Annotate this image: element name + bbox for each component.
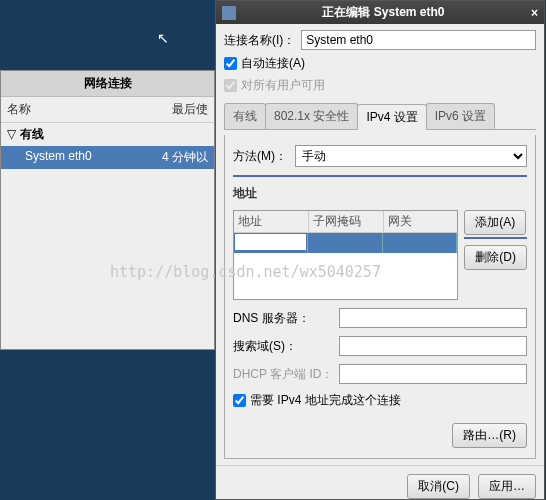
close-icon[interactable]: ×	[531, 6, 538, 20]
col-gateway: 网关	[384, 211, 458, 232]
method-label: 方法(M)：	[233, 148, 287, 165]
auto-connect-label: 自动连接(A)	[241, 55, 305, 72]
address-section-label: 地址	[233, 185, 527, 202]
item-time: 4 分钟以	[162, 149, 208, 166]
tab-wired[interactable]: 有线	[224, 103, 266, 129]
add-button[interactable]: 添加(A)	[464, 210, 526, 235]
cancel-button[interactable]: 取消(C)	[407, 474, 470, 499]
tab-ipv6[interactable]: IPv6 设置	[426, 103, 495, 129]
col-name: 名称	[7, 101, 172, 118]
titlebar[interactable]: 正在编辑 System eth0 ×	[216, 1, 544, 24]
dhcp-id-label: DHCP 客户端 ID：	[233, 366, 333, 383]
tab-ipv4[interactable]: IPv4 设置	[357, 104, 426, 130]
col-address: 地址	[234, 211, 309, 232]
all-users-checkbox: 对所有用户可用	[224, 77, 536, 94]
bg-title: 网络连接	[1, 71, 214, 97]
item-name: System eth0	[25, 149, 162, 166]
network-connections-window: 网络连接 名称 最后使 ▽ 有线 System eth0 4 分钟以	[0, 70, 215, 350]
address-row[interactable]	[234, 233, 457, 253]
connection-name-input[interactable]	[301, 30, 536, 50]
wired-label: 有线	[20, 127, 44, 141]
require-ipv4-input[interactable]	[233, 394, 246, 407]
apply-button[interactable]: 应用…	[478, 474, 536, 499]
ipv4-pane: 方法(M)： 手动 地址 地址 子网掩码 网关	[224, 135, 536, 459]
dialog-footer: 取消(C) 应用…	[216, 465, 544, 500]
tree-wired[interactable]: ▽ 有线	[1, 123, 214, 146]
col-last: 最后使	[172, 101, 208, 118]
tab-security[interactable]: 802.1x 安全性	[265, 103, 358, 129]
require-ipv4-label: 需要 IPv4 地址完成这个连接	[250, 392, 401, 409]
mouse-cursor: ↖	[157, 30, 169, 46]
dhcp-id-input	[339, 364, 527, 384]
gateway-cell[interactable]	[383, 233, 457, 253]
method-select[interactable]: 手动	[295, 145, 527, 167]
bg-columns: 名称 最后使	[1, 97, 214, 123]
search-domain-label: 搜索域(S)：	[233, 338, 333, 355]
auto-connect-input[interactable]	[224, 57, 237, 70]
tabs: 有线 802.1x 安全性 IPv4 设置 IPv6 设置	[224, 103, 536, 130]
routes-button[interactable]: 路由…(R)	[452, 423, 527, 448]
search-domain-input[interactable]	[339, 336, 527, 356]
name-label: 连接名称(I)：	[224, 32, 295, 49]
address-input[interactable]	[235, 234, 306, 250]
chevron-down-icon[interactable]: ▽	[7, 127, 17, 141]
dns-input[interactable]	[339, 308, 527, 328]
require-ipv4-checkbox[interactable]: 需要 IPv4 地址完成这个连接	[233, 392, 527, 409]
address-table[interactable]: 地址 子网掩码 网关	[233, 210, 458, 300]
all-users-label: 对所有用户可用	[241, 77, 325, 94]
netmask-cell[interactable]	[308, 233, 382, 253]
edit-connection-dialog: 正在编辑 System eth0 × 连接名称(I)： 自动连接(A) 对所有用…	[215, 0, 545, 500]
all-users-input	[224, 79, 237, 92]
dns-label: DNS 服务器：	[233, 310, 333, 327]
auto-connect-checkbox[interactable]: 自动连接(A)	[224, 55, 536, 72]
connection-item-selected[interactable]: System eth0 4 分钟以	[1, 146, 214, 169]
col-netmask: 子网掩码	[309, 211, 384, 232]
delete-button[interactable]: 删除(D)	[464, 245, 527, 270]
dialog-title: 正在编辑 System eth0	[242, 4, 525, 21]
window-icon	[222, 6, 236, 20]
